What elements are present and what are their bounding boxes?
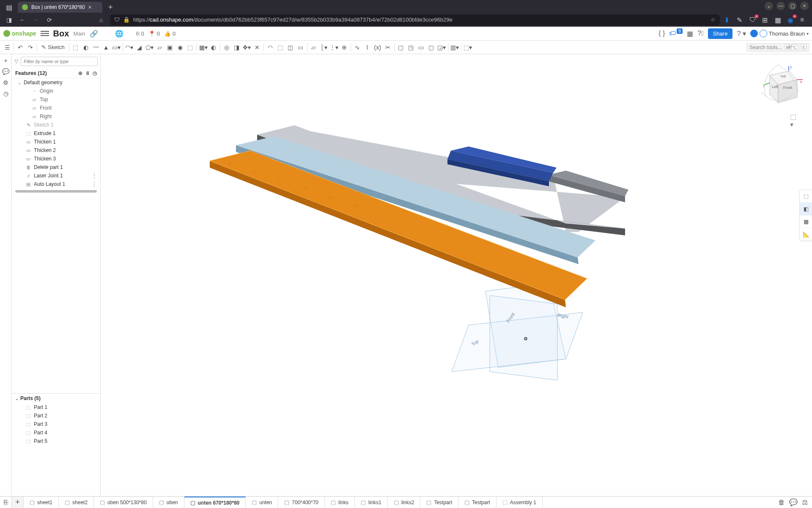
bottom-tab-11[interactable]: ▢Testpart bbox=[458, 497, 497, 508]
delete-face-icon[interactable]: ✕ bbox=[252, 43, 262, 52]
sweep-icon[interactable]: 〰 bbox=[91, 43, 101, 52]
trash-icon[interactable]: 🗑 bbox=[778, 499, 785, 506]
sheet-metal-icon[interactable]: ▢ bbox=[396, 43, 406, 52]
view-cube[interactable]: Left Front Top x y z ⬚ ▾ bbox=[753, 63, 804, 113]
bottom-tab-2[interactable]: ▢oben 500*130*80 bbox=[94, 497, 153, 508]
tree-thicken3[interactable]: ▭Thicken 3 bbox=[12, 155, 100, 163]
tree-sketch1[interactable]: ✎Sketch 1 bbox=[12, 121, 100, 129]
loft-icon[interactable]: ▲ bbox=[102, 43, 111, 52]
rollback-bar[interactable] bbox=[15, 190, 97, 193]
tree-thicken1[interactable]: ▭Thicken 1 bbox=[12, 138, 100, 146]
thicken-icon[interactable]: ▭▾ bbox=[112, 43, 121, 52]
apps-icon[interactable]: ▦ bbox=[775, 16, 782, 24]
boolean-icon[interactable]: ◎ bbox=[222, 43, 231, 52]
3d-viewport[interactable]: Front Right Top bbox=[101, 54, 812, 496]
bottom-tab-6[interactable]: ▢700*400*70 bbox=[278, 497, 325, 508]
revolve-icon[interactable]: ◐ bbox=[81, 43, 91, 52]
measure-icon[interactable]: 📐 bbox=[800, 228, 812, 241]
comment-icon[interactable]: 💬 bbox=[1, 67, 11, 76]
transform-icon[interactable]: ✥▾ bbox=[242, 43, 252, 52]
browser-tab[interactable]: Box | unten 670*180*80 × bbox=[18, 2, 102, 13]
hole-icon[interactable]: ◉ bbox=[176, 43, 185, 52]
point-icon[interactable]: ⋮▾ bbox=[329, 43, 339, 52]
flange-icon[interactable]: ◳ bbox=[406, 43, 416, 52]
move-face-icon[interactable]: ◫ bbox=[286, 43, 295, 52]
notifications-icon[interactable]: 🏷 bbox=[669, 30, 676, 37]
mate-connector-icon[interactable]: ⊕ bbox=[340, 43, 349, 52]
parts-header[interactable]: ⌄Parts (5) bbox=[12, 393, 100, 403]
extension-icon[interactable]: ✎ bbox=[737, 16, 744, 24]
filter-icon[interactable]: ▽ bbox=[14, 58, 18, 64]
list-tabs-button[interactable]: ⌄ bbox=[765, 2, 773, 10]
minimize-button[interactable]: — bbox=[776, 2, 785, 10]
param-count[interactable]: 📍0 bbox=[148, 30, 160, 37]
reload-button[interactable]: ⟳ bbox=[45, 15, 54, 25]
bookmark-icon[interactable]: ☆ bbox=[710, 17, 716, 23]
share-button[interactable]: Share bbox=[708, 28, 733, 39]
tree-auto1[interactable]: ▤Auto Layout 1⋮ bbox=[12, 180, 100, 188]
close-window-button[interactable]: × bbox=[800, 2, 809, 10]
account-icon[interactable]: ◉4 bbox=[787, 16, 795, 24]
pause-icon[interactable]: ⏸ bbox=[85, 70, 90, 76]
delete-part-icon[interactable]: ⬚ bbox=[276, 43, 285, 52]
download-icon[interactable]: ⬇ bbox=[724, 16, 732, 24]
rollback-icon[interactable]: ◷ bbox=[93, 70, 97, 76]
bottom-tab-12[interactable]: ⬚Assembly 1 bbox=[497, 497, 543, 508]
chat-icon[interactable]: 💬 bbox=[789, 498, 798, 506]
modify-fillet-icon[interactable]: ◠ bbox=[266, 43, 275, 52]
draft-icon[interactable]: ⬠▾ bbox=[145, 43, 154, 52]
frame-icon[interactable]: ▥▾ bbox=[450, 43, 459, 52]
clock-icon[interactable]: ◷ bbox=[1, 89, 11, 98]
tree-laser1[interactable]: ⫽Laser Joint 1⋮ bbox=[12, 171, 100, 180]
home-button[interactable]: ⌂ bbox=[96, 15, 106, 25]
add-feature-icon[interactable]: + bbox=[1, 56, 11, 65]
grid-icon[interactable]: ▦ bbox=[687, 30, 693, 38]
tab-icon[interactable]: ▭ bbox=[417, 43, 426, 52]
tree-part3[interactable]: ⬚Part 3 bbox=[12, 420, 100, 428]
split-icon[interactable]: ◨ bbox=[232, 43, 241, 52]
bottom-tab-10[interactable]: ▢Testpart bbox=[420, 497, 458, 508]
scale-icon[interactable]: ⚖ bbox=[802, 498, 808, 506]
variable-icon[interactable]: (x) bbox=[373, 43, 382, 52]
tree-part1[interactable]: ⬚Part 1 bbox=[12, 403, 100, 411]
custom-features-icon[interactable]: { } bbox=[658, 30, 665, 37]
axis-icon[interactable]: │▾ bbox=[319, 43, 329, 52]
menu-button[interactable] bbox=[41, 31, 49, 36]
tree-part5[interactable]: ⬚Part 5 bbox=[12, 437, 100, 445]
tree-part2[interactable]: ⬚Part 2 bbox=[12, 411, 100, 420]
tree-top-plane[interactable]: ▱Top bbox=[12, 95, 100, 104]
bottom-tab-9[interactable]: ▢links2 bbox=[388, 497, 421, 508]
new-tab-button[interactable]: + bbox=[104, 3, 117, 12]
fillet-icon[interactable]: ◠▾ bbox=[125, 43, 134, 52]
view-cube-menu-icon[interactable]: ⬚ ▾ bbox=[790, 113, 798, 121]
chamfer-icon[interactable]: ◢ bbox=[135, 43, 144, 52]
tab-sidebar-icon[interactable]: ▤ bbox=[6, 3, 14, 11]
corner-icon[interactable]: ◲▾ bbox=[437, 43, 446, 52]
bottom-tab-1[interactable]: ▢sheet2 bbox=[59, 497, 94, 508]
url-bar[interactable]: 🛡 🔒 https://cad.onshape.com/documents/db… bbox=[110, 14, 720, 25]
shell-icon[interactable]: ▣ bbox=[165, 43, 175, 52]
pattern-icon[interactable]: ⬚ bbox=[186, 43, 195, 52]
document-title[interactable]: Box bbox=[53, 29, 69, 39]
like-count[interactable]: 👍0 bbox=[164, 30, 176, 37]
extrude-icon[interactable]: ⬚ bbox=[71, 43, 80, 52]
bottom-tab-0[interactable]: ▢sheet1 bbox=[24, 497, 59, 508]
section-icon[interactable]: ✂ bbox=[383, 43, 392, 52]
gear-icon[interactable]: ⚙ bbox=[1, 78, 11, 87]
bottom-tab-8[interactable]: ▢links1 bbox=[355, 497, 388, 508]
tab-close-icon[interactable]: × bbox=[88, 4, 92, 11]
forward-button[interactable]: → bbox=[31, 15, 41, 25]
feature-filter-input[interactable] bbox=[21, 57, 98, 66]
tool-search[interactable]: Search tools... alt/⌥ c bbox=[746, 43, 809, 52]
bottom-tab-5[interactable]: ▢unten bbox=[246, 497, 278, 508]
branch-name[interactable]: Main bbox=[73, 30, 85, 37]
rib-icon[interactable]: ▱ bbox=[155, 43, 165, 52]
tree-default-geometry[interactable]: ⌄Default geometry bbox=[12, 78, 100, 87]
back-button[interactable]: ← bbox=[18, 15, 27, 25]
ublock-icon[interactable]: 🛡4 bbox=[749, 16, 757, 24]
tree-front-plane[interactable]: ▱Front bbox=[12, 104, 100, 112]
helix-icon[interactable]: ⌇ bbox=[363, 43, 372, 52]
tree-origin[interactable]: ◦Origin bbox=[12, 87, 100, 95]
selection-filter-icon[interactable]: ⬚ bbox=[800, 190, 812, 203]
tab-manager-icon[interactable]: ⎘ bbox=[0, 497, 12, 508]
